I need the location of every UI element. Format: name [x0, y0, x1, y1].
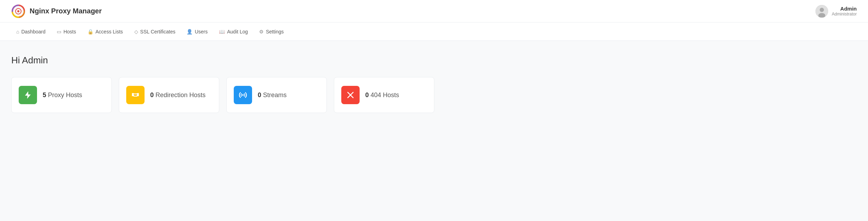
proxy-hosts-icon — [19, 86, 37, 104]
proxy-hosts-label: Proxy Hosts — [48, 91, 82, 99]
streams-text: 0 Streams — [258, 91, 287, 99]
nav-label-users: Users — [195, 29, 208, 34]
nav-item-users[interactable]: 👤 Users — [182, 27, 213, 37]
card-streams[interactable]: 0 Streams — [226, 77, 327, 113]
nav-label-audit-log: Audit Log — [227, 29, 248, 34]
app-logo-icon — [11, 4, 25, 18]
streams-icon — [234, 86, 252, 104]
404-hosts-count: 0 — [365, 91, 369, 99]
streams-label: Streams — [263, 91, 287, 99]
hosts-icon: ▭ — [57, 29, 61, 34]
header-right: Admin Administrator — [815, 5, 857, 18]
main-content: Hi Admin 5 Proxy Hosts — [0, 41, 868, 127]
404-hosts-icon — [341, 86, 360, 104]
nav-item-hosts[interactable]: ▭ Hosts — [52, 27, 81, 37]
nav-item-settings[interactable]: ⚙ Settings — [254, 27, 289, 37]
404-hosts-label: 404 Hosts — [371, 91, 399, 99]
header-left: Nginx Proxy Manager — [11, 4, 102, 18]
proxy-hosts-count: 5 — [43, 91, 46, 99]
nav-item-access-lists[interactable]: 🔒 Access Lists — [82, 27, 128, 37]
404-hosts-text: 0 404 Hosts — [365, 91, 399, 99]
card-redirection-hosts[interactable]: 0 Redirection Hosts — [119, 77, 219, 113]
nav-label-settings: Settings — [266, 29, 284, 34]
redirection-hosts-icon — [126, 86, 145, 104]
audit-icon: 📖 — [219, 29, 225, 34]
svg-point-2 — [17, 10, 19, 12]
user-info: Admin Administrator — [832, 6, 857, 17]
greeting: Hi Admin — [11, 55, 857, 66]
user-name: Admin — [832, 6, 857, 12]
nav-label-dashboard: Dashboard — [21, 29, 45, 34]
avatar — [815, 5, 828, 18]
nav-item-ssl-certificates[interactable]: ◇ SSL Certificates — [129, 27, 181, 37]
nav-label-hosts: Hosts — [63, 29, 76, 34]
ssl-icon: ◇ — [134, 29, 138, 34]
redirection-hosts-label: Redirection Hosts — [155, 91, 206, 99]
svg-point-4 — [820, 8, 824, 12]
user-role: Administrator — [832, 12, 857, 17]
header: Nginx Proxy Manager Admin Administrator — [0, 0, 868, 23]
svg-point-8 — [242, 94, 244, 96]
card-404-hosts[interactable]: 0 404 Hosts — [334, 77, 434, 113]
nav: ⌂ Dashboard ▭ Hosts 🔒 Access Lists ◇ SSL… — [0, 23, 868, 41]
cards-grid: 5 Proxy Hosts 0 Redirection Hosts — [11, 77, 434, 113]
proxy-hosts-text: 5 Proxy Hosts — [43, 91, 82, 99]
app-title: Nginx Proxy Manager — [30, 7, 102, 15]
nav-item-dashboard[interactable]: ⌂ Dashboard — [11, 27, 50, 37]
dashboard-icon: ⌂ — [16, 29, 19, 34]
nav-label-ssl: SSL Certificates — [140, 29, 176, 34]
settings-icon: ⚙ — [259, 29, 264, 34]
redirection-hosts-text: 0 Redirection Hosts — [150, 91, 206, 99]
streams-count: 0 — [258, 91, 261, 99]
redirection-hosts-count: 0 — [150, 91, 154, 99]
access-lists-icon: 🔒 — [87, 29, 93, 34]
nav-item-audit-log[interactable]: 📖 Audit Log — [214, 27, 253, 37]
nav-label-access-lists: Access Lists — [96, 29, 123, 34]
card-proxy-hosts[interactable]: 5 Proxy Hosts — [11, 77, 112, 113]
users-icon: 👤 — [187, 29, 192, 34]
